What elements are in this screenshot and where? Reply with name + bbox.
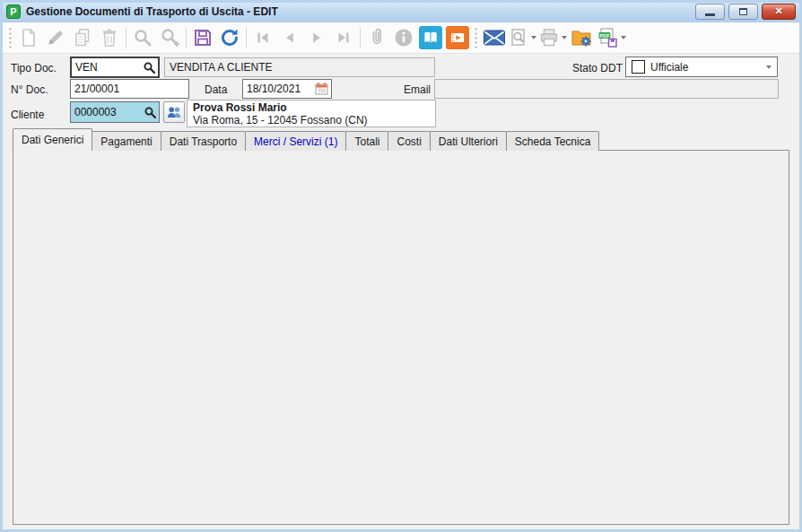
stato-ddt-value: Ufficiale [650, 61, 688, 74]
tipo-doc-label: Tipo Doc. [11, 62, 57, 74]
dropdown-caret-icon [562, 36, 567, 39]
delete-button[interactable] [96, 25, 123, 50]
tab-dati-trasporto[interactable]: Dati Trasporto [161, 131, 246, 151]
trash-icon [99, 27, 120, 48]
window-controls: ✕ [695, 4, 796, 20]
data-input[interactable] [247, 83, 313, 95]
stato-ddt-label: Stato DDT [572, 62, 623, 74]
video-tutorial-button[interactable] [444, 25, 471, 50]
advanced-search-button[interactable] [156, 25, 183, 50]
toolbar-separator [360, 27, 361, 48]
close-icon: ✕ [774, 6, 782, 16]
cliente-name: Prova Rossi Mario [193, 101, 430, 114]
next-record-icon [307, 28, 327, 48]
tab-strip: Dati Generici Pagamenti Dati Trasporto M… [13, 128, 598, 151]
tipo-doc-description: VENDITA A CLIENTE [164, 57, 435, 77]
first-record-icon [253, 28, 273, 48]
minimize-icon [705, 13, 715, 16]
edit-button[interactable] [42, 25, 69, 50]
dropdown-caret-icon [766, 65, 771, 69]
pdf-save-icon: PDF [596, 27, 619, 48]
calendar-icon [315, 83, 328, 95]
save-button[interactable] [189, 25, 216, 50]
cliente-label: Cliente [11, 109, 44, 121]
tab-pagamenti[interactable]: Pagamenti [92, 131, 161, 151]
restore-button[interactable] [728, 4, 758, 20]
n-doc-input[interactable] [70, 79, 189, 99]
tab-panel [13, 150, 789, 525]
attachments-button[interactable] [363, 25, 390, 50]
copy-icon [72, 27, 93, 48]
stato-ddt-color-square [632, 60, 645, 74]
search-icon [132, 27, 153, 48]
next-record-button[interactable] [303, 25, 330, 50]
last-record-icon [334, 28, 353, 48]
search-plus-icon [159, 27, 180, 48]
dropdown-caret-icon [621, 36, 626, 39]
folder-gear-icon [571, 27, 594, 48]
cliente-contacts-button[interactable] [163, 101, 185, 123]
print-button[interactable] [538, 25, 569, 50]
data-field[interactable] [242, 79, 332, 99]
pencil-icon [45, 27, 66, 48]
new-document-icon [18, 27, 39, 48]
cliente-input[interactable] [74, 106, 143, 118]
tab-merci-servizi[interactable]: Merci / Servizi (1) [245, 131, 346, 151]
tab-costi[interactable]: Costi [388, 131, 430, 151]
app-window: P Gestione Documenti di Trasporto di Usc… [0, 0, 802, 532]
toolbar-grip[interactable] [474, 27, 478, 48]
info-button[interactable] [390, 25, 417, 50]
print-preview-icon [508, 27, 529, 48]
tab-scheda-tecnica[interactable]: Scheda Tecnica [506, 131, 600, 151]
cliente-info-box: Prova Rossi Mario Via Roma, 15 - 12045 F… [187, 100, 436, 127]
email-label: Email [404, 83, 431, 96]
tab-totali[interactable]: Totali [345, 131, 388, 151]
first-record-button[interactable] [249, 25, 276, 50]
search-button[interactable] [129, 25, 156, 50]
info-icon [393, 27, 414, 48]
printer-icon [538, 27, 560, 48]
data-label: Data [205, 83, 227, 96]
people-icon [167, 106, 182, 119]
restore-icon [739, 8, 747, 15]
lookup-magnifier-icon [144, 62, 155, 74]
toolbar: PDF [3, 22, 799, 54]
cliente-address: Via Roma, 15 - 12045 Fossano (CN) [193, 114, 430, 126]
close-button[interactable]: ✕ [762, 4, 796, 20]
save-floppy-icon [192, 27, 214, 48]
minimize-button[interactable] [695, 4, 725, 20]
send-email-button[interactable] [481, 25, 508, 50]
lookup-magnifier-icon [144, 107, 156, 118]
svg-text:PDF: PDF [600, 33, 611, 39]
toolbar-separator [246, 27, 247, 48]
copy-button[interactable] [69, 25, 96, 50]
service-settings-button[interactable] [569, 25, 596, 50]
n-doc-label: N° Doc. [11, 83, 48, 96]
previous-record-button[interactable] [276, 25, 303, 50]
cliente-field[interactable] [70, 101, 160, 123]
email-icon [483, 28, 506, 48]
toolbar-separator [126, 27, 126, 48]
toolbar-grip[interactable] [8, 27, 13, 48]
paperclip-icon [366, 27, 388, 48]
stato-ddt-dropdown[interactable]: Ufficiale [625, 57, 778, 77]
last-record-button[interactable] [330, 25, 357, 50]
titlebar[interactable]: P Gestione Documenti di Trasporto di Usc… [0, 0, 802, 22]
tipo-doc-input[interactable] [75, 61, 142, 74]
refresh-button[interactable] [216, 25, 243, 50]
refresh-icon [219, 27, 240, 48]
export-pdf-button[interactable]: PDF [596, 25, 628, 50]
dropdown-caret-icon [531, 36, 536, 39]
email-field [434, 79, 779, 99]
print-preview-button[interactable] [508, 25, 538, 50]
tab-dati-ulteriori[interactable]: Dati Ulteriori [430, 131, 507, 151]
tipo-doc-field[interactable] [70, 57, 160, 78]
manual-book-icon [419, 26, 442, 49]
tab-dati-generici[interactable]: Dati Generici [13, 128, 92, 151]
manual-button[interactable] [417, 25, 444, 50]
window-title: Gestione Documenti di Trasporto di Uscit… [26, 5, 278, 18]
new-document-button[interactable] [15, 25, 42, 50]
previous-record-icon [280, 28, 300, 48]
video-icon [446, 26, 469, 49]
toolbar-separator [186, 27, 187, 48]
